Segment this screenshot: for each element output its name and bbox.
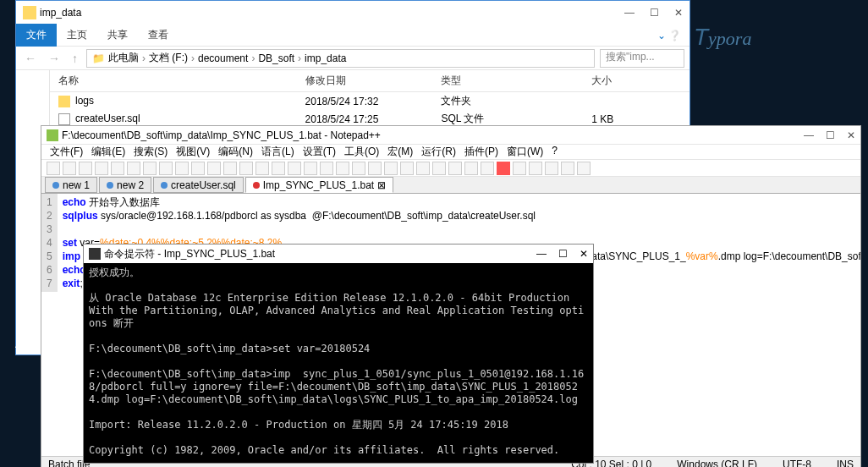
menu-item[interactable]: ? xyxy=(548,145,561,159)
nav-up-button[interactable]: ↑ xyxy=(69,52,81,65)
menu-item[interactable]: 工具(O) xyxy=(341,145,382,159)
toolbar-button[interactable] xyxy=(545,162,558,175)
toolbar-button[interactable] xyxy=(529,162,542,175)
toolbar-button[interactable] xyxy=(272,162,285,175)
npp-toolbar xyxy=(41,160,860,177)
menu-item[interactable]: 搜索(S) xyxy=(130,145,171,159)
menu-item[interactable]: 设置(T) xyxy=(299,145,339,159)
minimize-button[interactable]: — xyxy=(624,7,635,19)
toolbar-button[interactable] xyxy=(191,162,205,175)
maximize-button[interactable]: ☐ xyxy=(826,129,835,141)
toolbar-button[interactable] xyxy=(143,162,157,175)
folder-icon xyxy=(23,6,36,19)
status-enc: UTF-8 xyxy=(783,459,811,468)
toolbar-button[interactable] xyxy=(400,162,414,175)
explorer-ribbon: 文件 主页 共享 查看 ⌄ ❔ xyxy=(16,25,689,47)
menu-item[interactable]: 窗口(W) xyxy=(503,145,547,159)
npp-gutter: 1234567 xyxy=(41,194,58,292)
ribbon-file[interactable]: 文件 xyxy=(16,24,57,47)
editor-tab[interactable]: new 2 xyxy=(99,177,151,193)
explorer-titlebar[interactable]: imp_data — ☐ ✕ xyxy=(16,1,689,25)
cmd-icon xyxy=(89,248,101,260)
menu-item[interactable]: 视图(V) xyxy=(173,145,213,159)
cmd-output[interactable]: 授权成功。 从 Oracle Database 12c Enterprise E… xyxy=(84,263,593,467)
menu-item[interactable]: 插件(P) xyxy=(461,145,502,159)
toolbar-button[interactable] xyxy=(416,162,430,175)
toolbar-button[interactable] xyxy=(384,162,398,175)
toolbar-button[interactable] xyxy=(304,162,317,175)
toolbar-button[interactable] xyxy=(561,162,574,175)
close-button[interactable]: ✕ xyxy=(580,248,588,260)
ribbon-view[interactable]: 查看 xyxy=(138,24,179,47)
menu-item[interactable]: 语言(L) xyxy=(258,145,298,159)
npp-menubar: 文件(F)编辑(E)搜索(S)视图(V)编码(N)语言(L)设置(T)工具(O)… xyxy=(41,145,860,160)
menu-item[interactable]: 文件(F) xyxy=(47,145,86,159)
toolbar-button[interactable] xyxy=(448,162,462,175)
toolbar-button[interactable] xyxy=(79,162,92,175)
npp-tabs: new 1new 2createUser.sqlImp_SYNC_PLUS_1.… xyxy=(41,177,860,194)
toolbar-button[interactable] xyxy=(336,162,349,175)
toolbar-button[interactable] xyxy=(497,162,510,175)
menu-item[interactable]: 编码(N) xyxy=(215,145,256,159)
status-eol: Windows (CR LF) xyxy=(677,459,757,468)
toolbar-button[interactable] xyxy=(63,162,76,175)
col-date[interactable]: 修改日期 xyxy=(297,70,433,92)
notepadpp-icon xyxy=(47,129,58,141)
toolbar-button[interactable] xyxy=(175,162,189,175)
minimize-button[interactable]: — xyxy=(536,248,547,260)
toolbar-button[interactable] xyxy=(352,162,365,175)
ribbon-home[interactable]: 主页 xyxy=(57,24,97,47)
search-input[interactable]: 搜索"imp... xyxy=(600,49,684,68)
toolbar-button[interactable] xyxy=(223,162,237,175)
typora-bg-text: Typora xyxy=(694,24,751,51)
menu-item[interactable]: 运行(R) xyxy=(418,145,459,159)
toolbar-button[interactable] xyxy=(47,162,60,175)
toolbar-button[interactable] xyxy=(111,162,124,175)
table-row[interactable]: logs2018/5/24 17:32文件夹 xyxy=(50,92,689,111)
toolbar-button[interactable] xyxy=(513,162,526,175)
editor-tab[interactable]: createUser.sql xyxy=(153,177,244,193)
breadcrumb[interactable]: 📁 此电脑 › 文档 (F:) › decoument › DB_soft › … xyxy=(86,49,595,68)
status-ins: INS xyxy=(837,459,854,468)
explorer-addressbar: ← → ↑ 📁 此电脑 › 文档 (F:) › decoument › DB_s… xyxy=(16,47,689,70)
col-type[interactable]: 类型 xyxy=(432,70,583,92)
editor-tab[interactable]: Imp_SYNC_PLUS_1.bat ⊠ xyxy=(245,177,393,193)
editor-tab[interactable]: new 1 xyxy=(45,177,97,193)
menu-item[interactable]: 宏(M) xyxy=(384,145,416,159)
maximize-button[interactable]: ☐ xyxy=(650,7,659,19)
close-button[interactable]: ✕ xyxy=(674,7,683,19)
maximize-button[interactable]: ☐ xyxy=(558,248,568,260)
toolbar-button[interactable] xyxy=(255,162,269,175)
toolbar-button[interactable] xyxy=(239,162,253,175)
cmd-title: 命令提示符 - Imp_SYNC_PLUS_1.bat xyxy=(104,247,275,261)
toolbar-button[interactable] xyxy=(577,162,591,175)
ribbon-expand-icon[interactable]: ⌄ ❔ xyxy=(649,30,689,41)
toolbar-button[interactable] xyxy=(481,162,494,175)
ribbon-share[interactable]: 共享 xyxy=(97,24,138,47)
cmd-titlebar[interactable]: 命令提示符 - Imp_SYNC_PLUS_1.bat — ☐ ✕ xyxy=(84,244,593,263)
toolbar-button[interactable] xyxy=(464,162,478,175)
toolbar-button[interactable] xyxy=(207,162,221,175)
toolbar-button[interactable] xyxy=(320,162,333,175)
npp-title: F:\decoument\DB_soft\imp_data\Imp_SYNC_P… xyxy=(62,129,381,141)
toolbar-button[interactable] xyxy=(95,162,108,175)
close-button[interactable]: ✕ xyxy=(847,129,855,141)
col-size[interactable]: 大小 xyxy=(583,70,689,92)
minimize-button[interactable]: — xyxy=(804,129,814,141)
cmd-window: 命令提示符 - Imp_SYNC_PLUS_1.bat — ☐ ✕ 授权成功。 … xyxy=(83,244,594,464)
explorer-title: imp_data xyxy=(40,7,81,19)
menu-item[interactable]: 编辑(E) xyxy=(88,145,129,159)
col-name[interactable]: 名称 xyxy=(50,70,297,92)
npp-titlebar[interactable]: F:\decoument\DB_soft\imp_data\Imp_SYNC_P… xyxy=(41,126,860,145)
toolbar-button[interactable] xyxy=(288,162,301,175)
toolbar-button[interactable] xyxy=(127,162,140,175)
nav-fwd-button[interactable]: → xyxy=(45,52,63,65)
toolbar-button[interactable] xyxy=(368,162,382,175)
nav-back-button[interactable]: ← xyxy=(21,52,40,65)
toolbar-button[interactable] xyxy=(432,162,446,175)
toolbar-button[interactable] xyxy=(159,162,173,175)
